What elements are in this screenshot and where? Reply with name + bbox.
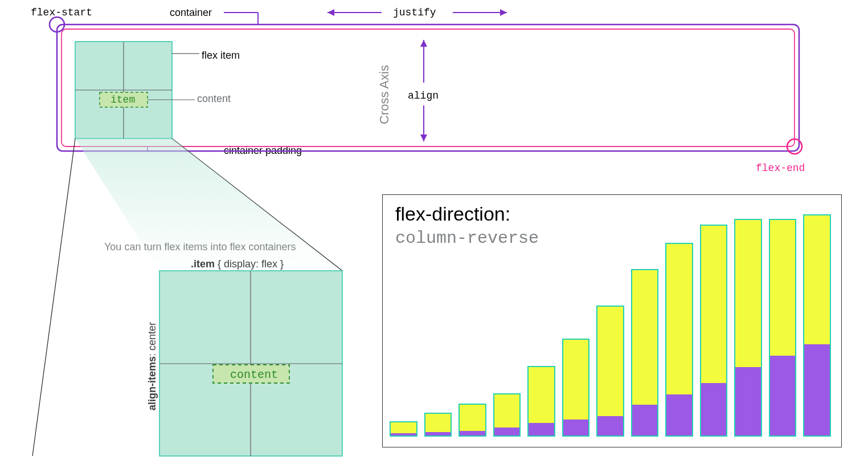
flex-start-marker xyxy=(50,17,64,32)
hint-item-bold: .item xyxy=(191,258,215,270)
label-justify: justify xyxy=(393,7,436,18)
chart-bar-bottom xyxy=(494,428,520,435)
chart-bar-bottom xyxy=(770,356,796,435)
chart-bar-bottom xyxy=(391,433,416,435)
chart-bars xyxy=(390,209,831,437)
chart-bar-bottom xyxy=(597,416,623,435)
hint-item-rest: { display: flex } xyxy=(215,258,284,270)
container-purple xyxy=(57,25,799,151)
align-items-bold: align-items xyxy=(146,356,158,410)
chart-bar xyxy=(631,269,659,437)
chart-panel: flex-direction: column-reverse xyxy=(382,194,842,447)
chart-bar-bottom xyxy=(701,383,727,435)
label-align: align xyxy=(408,90,439,101)
container-pink xyxy=(62,29,795,146)
flex-end-marker xyxy=(787,139,802,154)
chart-bar xyxy=(700,225,728,437)
label-container: container xyxy=(170,7,212,19)
zoom-flex-item xyxy=(159,271,342,456)
chart-bar xyxy=(493,393,521,437)
chart-bar-bottom xyxy=(735,367,761,435)
hint-line-1: You can turn flex items into flex contai… xyxy=(104,241,296,253)
chart-bar xyxy=(803,214,831,437)
label-container-padding: cintainer padding xyxy=(224,145,302,157)
chart-bar xyxy=(734,219,762,437)
chart-bar xyxy=(390,421,417,437)
zoom-content-text: content xyxy=(230,368,278,381)
chart-bar xyxy=(527,366,555,437)
chart-bar-bottom xyxy=(632,405,658,435)
label-flex-item: flex item xyxy=(202,50,240,62)
chart-bar xyxy=(562,339,590,437)
flex-item-box xyxy=(75,42,172,139)
label-cross-axis: Cross Axis xyxy=(377,65,392,124)
svg-line-12 xyxy=(32,139,75,456)
item-text: item xyxy=(110,94,135,105)
chart-bar-bottom xyxy=(425,432,451,435)
chart-bar xyxy=(665,243,693,437)
chart-bar-bottom xyxy=(460,431,485,435)
chart-bar xyxy=(424,413,452,437)
align-items-value: : center xyxy=(146,322,158,356)
label-flex-end: flex-end xyxy=(756,162,805,174)
label-content: content xyxy=(197,93,231,105)
chart-bar xyxy=(769,219,797,437)
chart-bar xyxy=(596,306,624,437)
chart-bar xyxy=(458,404,486,437)
chart-bar-bottom xyxy=(529,423,554,435)
chart-bar-bottom xyxy=(804,344,830,435)
chart-bar-bottom xyxy=(666,394,692,435)
chart-bar-bottom xyxy=(563,420,589,435)
label-flex-start: flex-start xyxy=(31,7,92,18)
